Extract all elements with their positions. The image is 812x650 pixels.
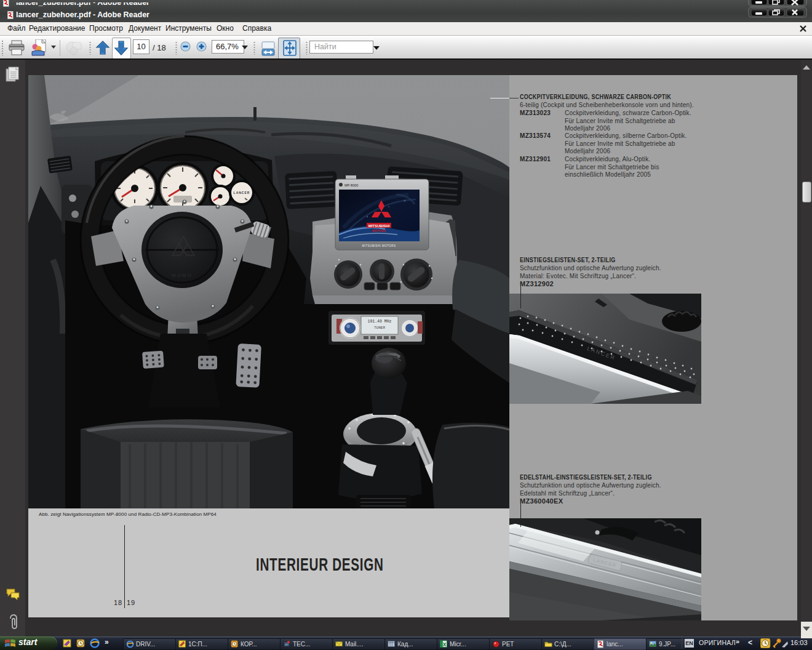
svg-text:TUNER: TUNER [374, 326, 385, 330]
svg-text:MOMO: MOMO [172, 273, 193, 278]
svg-text:MITSUBISHI MOTORS: MITSUBISHI MOTORS [362, 244, 396, 247]
svg-text:MITSUBISHI: MITSUBISHI [368, 224, 390, 228]
svg-text:LANCER: LANCER [234, 191, 250, 195]
svg-text:MOTORS: MOTORS [372, 229, 386, 233]
svg-text:101.40 MHz: 101.40 MHz [367, 319, 391, 324]
svg-text:MP-8000: MP-8000 [344, 183, 358, 187]
